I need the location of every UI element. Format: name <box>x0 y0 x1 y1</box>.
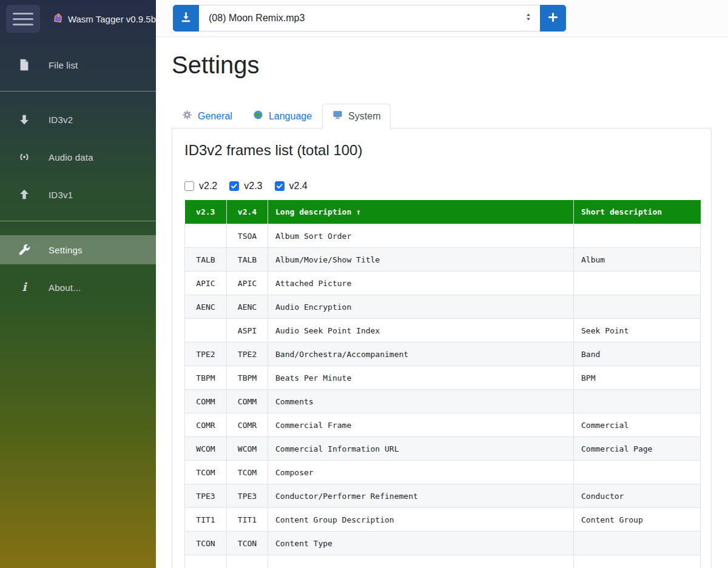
cell: Album Sort Order <box>268 224 574 248</box>
cell: TPE3 <box>185 484 227 508</box>
cell: Commercial Information URL <box>268 437 574 461</box>
file-select[interactable]: (08) Moon Remix.mp3 <box>199 5 540 32</box>
version-filters: v2.2v2.3v2.4 <box>184 181 699 192</box>
select-updown-icon <box>524 13 533 24</box>
app-logo-tag-icon <box>52 13 64 25</box>
cell: Comments <box>268 390 574 413</box>
cell <box>185 319 227 342</box>
arrow-up-icon <box>16 188 32 201</box>
frames-table: v2.3v2.4Long description ↑Short descript… <box>184 200 701 568</box>
column-header-v2-4[interactable]: v2.4 <box>227 200 268 224</box>
cell: COMR <box>185 413 227 437</box>
cell <box>574 272 701 295</box>
cell: TPE2 <box>227 342 268 366</box>
sidebar: Wasm Tagger v0.9.5b File listID3v2Audio … <box>0 0 156 568</box>
file-icon <box>16 58 32 72</box>
filter-v2-3[interactable]: v2.3 <box>229 181 262 192</box>
cell <box>574 224 701 248</box>
column-header-long-description[interactable]: Long description ↑ <box>268 200 574 224</box>
cell: TALB <box>185 248 227 272</box>
sidebar-nav: File listID3v2Audio dataID3v1SettingsiAb… <box>0 33 156 302</box>
sidebar-divider <box>0 91 156 92</box>
checkbox-checked-icon[interactable] <box>275 181 285 191</box>
table-row <box>185 555 701 568</box>
cell: AENC <box>227 295 268 319</box>
cell <box>574 555 701 568</box>
sidebar-item-label: Settings <box>49 245 83 255</box>
cell: WCOM <box>185 437 227 461</box>
checkbox-unchecked-icon[interactable] <box>184 181 194 191</box>
sidebar-section: SettingsiAbout... <box>0 235 156 302</box>
cell: COMR <box>227 413 268 437</box>
sidebar-item-id3v1[interactable]: ID3v1 <box>0 180 156 209</box>
download-button[interactable] <box>173 5 199 32</box>
sidebar-item-audio-data[interactable]: Audio data <box>0 142 156 172</box>
menu-toggle-button[interactable] <box>6 5 40 33</box>
cell: Seek Point <box>574 319 701 342</box>
column-header-v2-3[interactable]: v2.3 <box>185 200 227 224</box>
cell <box>574 295 701 319</box>
table-row: AENCAENCAudio Encryption <box>185 295 701 319</box>
table-row: APICAPICAttached Picture <box>185 272 701 295</box>
cell: Album/Movie/Show Title <box>268 248 574 272</box>
add-file-button[interactable] <box>540 5 566 32</box>
cell: Commercial <box>574 413 701 437</box>
filter-label: v2.3 <box>244 181 262 192</box>
app-title: Wasm Tagger v0.9.5b <box>68 14 156 24</box>
cell: Attached Picture <box>268 272 574 295</box>
tab-system[interactable]: System <box>322 104 391 129</box>
sidebar-item-id3v2[interactable]: ID3v2 <box>0 105 156 134</box>
cell: Content Type <box>268 532 574 555</box>
cell: Album <box>574 248 701 272</box>
system-tab-panel: ID3v2 frames list (total 100) v2.2v2.3v2… <box>172 128 712 568</box>
cell: Conductor <box>574 484 701 508</box>
cell <box>574 532 701 555</box>
frames-table-head: v2.3v2.4Long description ↑Short descript… <box>185 200 701 224</box>
table-row: TIT1TIT1Content Group DescriptionContent… <box>185 508 701 532</box>
table-row: ASPIAudio Seek Point IndexSeek Point <box>185 319 701 342</box>
wrench-icon <box>16 243 32 256</box>
cell: TCOM <box>227 461 268 484</box>
sidebar-item-label: ID3v2 <box>49 115 73 125</box>
page-title: Settings <box>172 51 728 79</box>
cell: Audio Seek Point Index <box>268 319 574 342</box>
tab-language[interactable]: Language <box>243 104 322 129</box>
cell: COMM <box>227 390 268 413</box>
cell: TCON <box>227 532 268 555</box>
cell: TBPM <box>227 366 268 390</box>
sidebar-item-file-list[interactable]: File list <box>0 50 156 79</box>
cell: APIC <box>227 272 268 295</box>
cell: TIT1 <box>185 508 227 532</box>
cell: AENC <box>185 295 227 319</box>
tabs: GeneralLanguageSystem <box>172 104 728 129</box>
cell: ASPI <box>227 319 268 342</box>
arrow-down-icon <box>16 113 32 126</box>
sidebar-item-settings[interactable]: Settings <box>0 235 156 264</box>
column-header-short-description[interactable]: Short description <box>574 200 701 224</box>
sidebar-item-about[interactable]: iAbout... <box>0 273 156 302</box>
filter-v2-4[interactable]: v2.4 <box>275 181 308 192</box>
cell: Commercial Page <box>574 437 701 461</box>
main-content: Settings GeneralLanguageSystem ID3v2 fra… <box>156 37 728 568</box>
gear-icon <box>182 110 192 122</box>
monitor-icon <box>332 110 343 122</box>
audio-waves-icon <box>16 150 32 164</box>
table-row: COMMCOMMComments <box>185 390 701 413</box>
cell <box>227 555 268 568</box>
cell: Conductor/Performer Refinement <box>268 484 574 508</box>
svg-text:i: i <box>22 281 27 294</box>
cell: TIT1 <box>227 508 268 532</box>
filter-v2-2[interactable]: v2.2 <box>184 181 217 192</box>
cell: TCON <box>185 532 227 555</box>
cell <box>574 461 701 484</box>
cell: Band <box>574 342 701 366</box>
tab-general[interactable]: General <box>172 104 243 129</box>
cell: TBPM <box>185 366 227 390</box>
cell: TSOA <box>227 224 268 248</box>
checkbox-checked-icon[interactable] <box>229 181 239 191</box>
cell <box>185 555 227 568</box>
tab-label: Language <box>269 111 312 122</box>
sidebar-section: ID3v2Audio dataID3v1 <box>0 105 156 209</box>
header-row: v2.3v2.4Long description ↑Short descript… <box>185 200 701 224</box>
cell: COMM <box>185 390 227 413</box>
